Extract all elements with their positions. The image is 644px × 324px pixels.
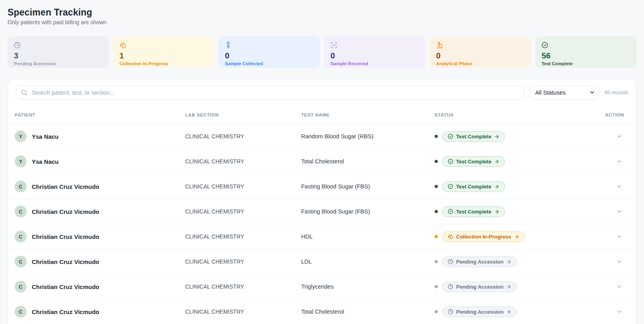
stat-card: 3 Pending Accession bbox=[8, 37, 109, 68]
arrow-right-icon bbox=[506, 309, 511, 314]
status-dot bbox=[435, 185, 438, 188]
lab-section: CLINICAL CHEMISTRY bbox=[185, 258, 301, 265]
row-expand-button[interactable] bbox=[615, 207, 624, 216]
column-header-action: ACTION bbox=[599, 113, 624, 117]
page-subtitle: Only patients with paid billing are show… bbox=[8, 19, 636, 25]
table-row: C Christian Cruz Vicmudo CLINICAL CHEMIS… bbox=[8, 174, 636, 199]
search-box bbox=[16, 85, 524, 100]
status-dot bbox=[435, 160, 438, 163]
row-expand-button[interactable] bbox=[615, 157, 624, 166]
patient-name: Ysa Nacu bbox=[32, 158, 59, 165]
status-badge[interactable]: Test Complete bbox=[442, 181, 505, 192]
status-label: Test Complete bbox=[456, 159, 491, 165]
avatar: C bbox=[15, 306, 27, 318]
table-row: Y Ysa Nacu CLINICAL CHEMISTRY Random Blo… bbox=[8, 124, 636, 149]
status-filter-select[interactable]: All Statuses bbox=[530, 85, 599, 100]
avatar: C bbox=[15, 281, 27, 293]
chevron-down-icon bbox=[616, 258, 623, 265]
stat-label: Test Complete bbox=[542, 61, 630, 66]
lab-section: CLINICAL CHEMISTRY bbox=[185, 133, 301, 140]
status-dot bbox=[435, 235, 438, 238]
status-dot bbox=[435, 260, 438, 263]
test-tube-icon bbox=[225, 42, 232, 49]
stat-count: 56 bbox=[542, 51, 630, 60]
arrow-right-icon bbox=[494, 209, 499, 214]
chevron-down-icon bbox=[616, 283, 623, 290]
status-label: Collection In-Progress bbox=[456, 234, 511, 240]
avatar: Y bbox=[15, 130, 27, 142]
status-label: Test Complete bbox=[456, 209, 491, 215]
lab-section: CLINICAL CHEMISTRY bbox=[185, 183, 301, 190]
status-badge[interactable]: Collection In-Progress bbox=[442, 231, 525, 242]
microscope-icon bbox=[436, 42, 443, 49]
status-badge[interactable]: Test Complete bbox=[442, 206, 505, 217]
row-expand-button[interactable] bbox=[615, 282, 624, 291]
badge-check-icon bbox=[448, 159, 453, 164]
status-label: Pending Accession bbox=[456, 309, 503, 315]
stat-card: 0 Sample Collected bbox=[219, 37, 320, 68]
clock-icon bbox=[448, 309, 453, 314]
chevron-down-icon bbox=[616, 133, 623, 140]
test-name: Fasting Blood Sugar (FBS) bbox=[301, 183, 435, 190]
stat-count: 0 bbox=[436, 51, 525, 60]
chevron-down-icon bbox=[616, 308, 623, 315]
column-header-test-name: TEST NAME bbox=[301, 113, 435, 117]
droplets-icon bbox=[448, 234, 453, 239]
chevron-down-icon bbox=[616, 208, 623, 215]
records-count: 60 records bbox=[605, 90, 628, 95]
patient-name: Christian Cruz Vicmudo bbox=[32, 183, 99, 190]
scan-line-icon bbox=[331, 42, 337, 49]
row-expand-button[interactable] bbox=[615, 257, 624, 266]
search-icon bbox=[21, 89, 27, 96]
table-row: C Christian Cruz Vicmudo CLINICAL CHEMIS… bbox=[8, 224, 636, 249]
avatar: C bbox=[15, 231, 27, 243]
status-badge[interactable]: Test Complete bbox=[442, 131, 505, 142]
patient-name: Christian Cruz Vicmudo bbox=[32, 283, 99, 290]
stat-count: 0 bbox=[331, 51, 419, 60]
search-input[interactable] bbox=[31, 89, 519, 96]
row-expand-button[interactable] bbox=[615, 232, 624, 241]
droplets-icon bbox=[120, 42, 126, 49]
column-header-lab-section: LAB SECTION bbox=[185, 113, 301, 117]
chevron-down-icon bbox=[616, 158, 623, 165]
stat-card: 56 Test Complete bbox=[535, 37, 636, 68]
avatar: C bbox=[15, 256, 27, 268]
clock-icon bbox=[448, 259, 453, 264]
patient-name: Christian Cruz Vicmudo bbox=[32, 258, 99, 265]
status-badge[interactable]: Test Complete bbox=[442, 156, 505, 167]
stat-label: Sample Received bbox=[331, 61, 419, 66]
stat-card: 1 Collection In-Progress bbox=[113, 37, 215, 68]
test-name: Total Cholesterol bbox=[301, 158, 435, 165]
patient-name: Christian Cruz Vicmudo bbox=[32, 308, 99, 315]
arrow-right-icon bbox=[494, 184, 499, 189]
row-expand-button[interactable] bbox=[615, 307, 624, 316]
test-name: Random Blood Sugar (RBS) bbox=[301, 133, 435, 140]
test-name: Triglycerides bbox=[301, 283, 435, 290]
test-name: Total Cholesterol bbox=[301, 308, 435, 315]
status-dot bbox=[435, 135, 438, 138]
lab-section: CLINICAL CHEMISTRY bbox=[185, 158, 301, 165]
page-title: Specimen Tracking bbox=[8, 7, 636, 18]
badge-check-icon bbox=[448, 134, 453, 139]
clock-icon bbox=[448, 284, 453, 289]
patient-name: Christian Cruz Vicmudo bbox=[32, 233, 99, 240]
row-expand-button[interactable] bbox=[615, 132, 624, 141]
column-header-status: STATUS bbox=[435, 113, 599, 117]
lab-section: CLINICAL CHEMISTRY bbox=[185, 233, 301, 240]
arrow-right-icon bbox=[494, 159, 499, 164]
row-expand-button[interactable] bbox=[615, 182, 624, 191]
status-label: Pending Accession bbox=[456, 284, 503, 290]
clock-icon bbox=[14, 42, 21, 49]
stat-label: Collection In-Progress bbox=[120, 61, 208, 66]
stat-card: 0 Sample Received bbox=[324, 37, 425, 68]
status-badge[interactable]: Pending Accession bbox=[442, 307, 517, 317]
status-label: Test Complete bbox=[456, 134, 491, 140]
table-row: C Christian Cruz Vicmudo CLINICAL CHEMIS… bbox=[8, 299, 636, 324]
avatar: C bbox=[15, 180, 27, 192]
stat-card: 0 Analytical Phase bbox=[430, 37, 531, 68]
badge-check-icon bbox=[542, 42, 548, 49]
status-badge[interactable]: Pending Accession bbox=[442, 256, 517, 267]
test-name: HDL bbox=[301, 233, 435, 240]
status-badge[interactable]: Pending Accession bbox=[442, 281, 517, 292]
table-body: Y Ysa Nacu CLINICAL CHEMISTRY Random Blo… bbox=[8, 124, 636, 324]
